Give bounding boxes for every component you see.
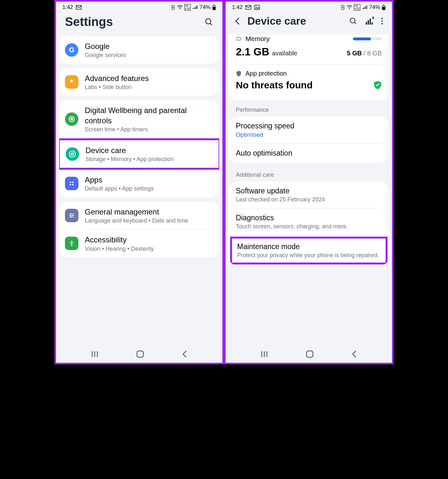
svg-rect-18	[137, 351, 143, 357]
section-additional-care: Additional care	[229, 167, 389, 182]
item-title: Software update	[236, 187, 382, 195]
row-sub: Screen time • App timers	[85, 126, 213, 133]
recents-button[interactable]	[260, 351, 268, 358]
svg-rect-31	[307, 351, 313, 357]
svg-rect-4	[213, 7, 215, 10]
wellbeing-icon	[65, 112, 78, 126]
chart-icon[interactable]	[366, 18, 373, 25]
svg-rect-24	[383, 5, 384, 5]
device-care-content: Memory 2.1 GB available 5 GB / 8 GB App …	[226, 34, 392, 344]
svg-point-28	[381, 20, 383, 22]
shield-check-icon	[373, 81, 382, 90]
svg-point-22	[349, 9, 350, 9]
general-management-icon	[65, 209, 78, 222]
back-button[interactable]	[351, 350, 357, 358]
gmail-icon	[76, 5, 82, 10]
item-title: Maintenance mode	[237, 242, 380, 251]
search-icon[interactable]	[349, 17, 357, 25]
protection-status: No threats found	[236, 80, 313, 91]
app-protection-row[interactable]: App protection	[229, 65, 389, 77]
row-sub: Google services	[85, 52, 213, 59]
google-icon: G	[65, 43, 78, 57]
memory-bar	[353, 37, 382, 40]
status-time: 1:42	[232, 4, 243, 11]
item-sub: Touch screen, sensors, charging, and mor…	[236, 223, 382, 230]
svg-rect-30	[236, 37, 241, 40]
home-button[interactable]	[136, 350, 144, 358]
row-digital-wellbeing[interactable]: Digital Wellbeing and parental controls …	[59, 100, 219, 138]
settings-list: G Google Google services Advanced featur…	[56, 36, 222, 344]
row-google[interactable]: G Google Google services	[59, 36, 219, 64]
svg-point-12	[70, 184, 71, 185]
signal-icon	[362, 5, 368, 10]
memory-usage: 5 GB / 8 GB	[347, 50, 382, 57]
row-diagnostics[interactable]: Diagnostics Touch screen, sensors, charg…	[229, 208, 389, 235]
advanced-features-icon	[65, 75, 78, 89]
row-software-update[interactable]: Software update Last checked on 25 Febru…	[229, 182, 389, 208]
row-accessibility[interactable]: Accessibility Vision • Hearing • Dexteri…	[59, 230, 219, 257]
more-icon[interactable]	[381, 17, 383, 25]
svg-point-29	[381, 23, 383, 24]
row-sub: Default apps • App settings	[85, 185, 213, 192]
signal-icon	[192, 5, 198, 10]
row-title: Device care	[85, 145, 213, 155]
nav-bar	[226, 344, 392, 363]
status-bar: 1:42 VoLTE 74%	[56, 2, 222, 12]
gallery-icon	[254, 5, 260, 10]
header: Device care	[226, 12, 392, 34]
gmail-icon	[245, 5, 252, 10]
svg-point-13	[72, 184, 74, 185]
svg-point-16	[70, 216, 72, 218]
svg-point-11	[72, 182, 74, 183]
page-title: Settings	[65, 15, 113, 29]
svg-point-10	[70, 182, 71, 183]
wifi-icon	[347, 5, 352, 10]
status-time: 1:42	[62, 4, 73, 11]
row-sub: Language and keyboard • Date and time	[85, 217, 213, 224]
row-title: Apps	[85, 175, 213, 185]
volte-icon: VoLTE	[354, 4, 360, 11]
row-advanced-features[interactable]: Advanced features Labs • Side button	[59, 68, 219, 96]
item-title: Processing speed	[236, 122, 382, 130]
recents-button[interactable]	[91, 351, 99, 358]
svg-point-20	[256, 6, 257, 7]
row-general-management[interactable]: General management Language and keyboard…	[59, 202, 219, 229]
battery-charge-icon	[171, 4, 175, 10]
battery-percent: 74%	[369, 4, 380, 11]
item-sub: Last checked on 25 February 2024	[236, 196, 382, 203]
item-sub: Protect your privacy while your phone is…	[237, 252, 380, 259]
volte-icon: VoLTE	[184, 4, 191, 11]
shield-icon	[236, 70, 242, 77]
row-apps[interactable]: Apps Default apps • App settings	[59, 170, 219, 197]
accessibility-icon	[65, 237, 78, 250]
svg-point-15	[72, 215, 74, 216]
row-sub: Vision • Hearing • Dexterity	[85, 246, 213, 252]
battery-charge-icon	[340, 4, 345, 10]
row-auto-optimisation[interactable]: Auto optimisation	[229, 144, 389, 163]
memory-icon	[236, 37, 242, 41]
row-sub: Labs • Side button	[85, 84, 213, 91]
row-device-care[interactable]: Device care Storage • Memory • App prote…	[60, 140, 219, 168]
memory-card[interactable]: Memory 2.1 GB available 5 GB / 8 GB App …	[229, 34, 389, 100]
row-title: Digital Wellbeing and parental controls	[85, 105, 213, 125]
home-button[interactable]	[306, 350, 314, 358]
item-value: Optimised	[236, 131, 382, 138]
svg-point-9	[72, 153, 73, 154]
row-sub: Storage • Memory • App protection	[85, 156, 213, 163]
header: Settings	[56, 12, 222, 36]
page-title: Device care	[247, 15, 306, 27]
search-icon[interactable]	[204, 18, 213, 27]
battery-percent: 74%	[200, 4, 211, 11]
highlight-device-care: Device care Storage • Memory • App prote…	[59, 138, 219, 170]
section-performance: Performance	[229, 102, 389, 117]
item-title: Auto optimisation	[236, 149, 382, 158]
battery-icon	[382, 4, 386, 10]
back-icon[interactable]	[235, 17, 240, 26]
svg-point-14	[70, 214, 71, 215]
back-button[interactable]	[182, 350, 188, 358]
row-processing-speed[interactable]: Processing speed Optimised	[229, 117, 389, 143]
wifi-icon	[177, 5, 183, 10]
row-maintenance-mode[interactable]: Maintenance mode Protect your privacy wh…	[232, 239, 386, 263]
svg-point-27	[381, 18, 383, 19]
apps-icon	[65, 177, 78, 190]
